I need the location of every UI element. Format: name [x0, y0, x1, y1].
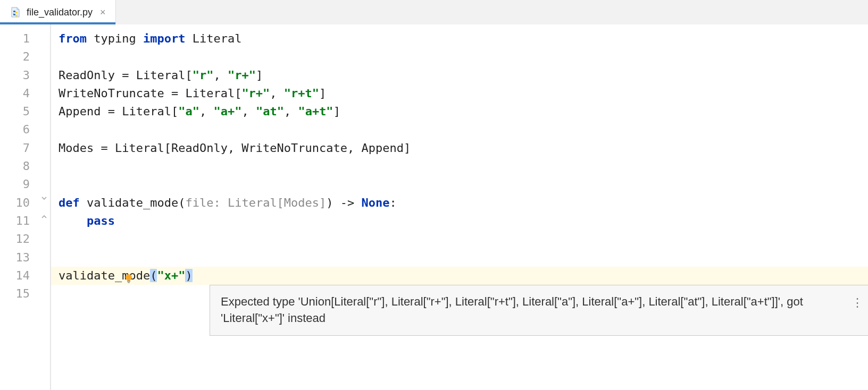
- svg-rect-2: [128, 282, 130, 283]
- line-number[interactable]: 9: [0, 175, 39, 193]
- line-number[interactable]: 7: [0, 139, 39, 157]
- tooltip-message: Expected type 'Union[Literal["r"], Liter…: [221, 294, 843, 327]
- close-icon[interactable]: ×: [98, 7, 108, 18]
- python-file-icon: [10, 6, 21, 18]
- code-line: [51, 230, 868, 248]
- code-line: [51, 157, 868, 175]
- line-number[interactable]: 13: [0, 249, 39, 267]
- code-line-current: validate_mode("x+"): [51, 267, 868, 285]
- line-number[interactable]: 11: [0, 212, 39, 230]
- code-line: pass: [51, 212, 868, 230]
- fold-gutter: [39, 24, 51, 390]
- line-number[interactable]: 2: [0, 48, 39, 66]
- tab-filename: file_validator.py: [27, 7, 93, 18]
- svg-point-0: [126, 274, 132, 281]
- intention-bulb-icon[interactable]: [67, 253, 78, 264]
- line-number[interactable]: 8: [0, 157, 39, 175]
- line-number[interactable]: 14: [0, 267, 39, 285]
- line-number-gutter[interactable]: 1 2 3 4 5 6 7 8 9 10 11 12 13 14 15: [0, 24, 39, 390]
- svg-rect-1: [127, 281, 130, 282]
- code-line: from typing import Literal: [51, 30, 868, 48]
- code-line: def validate_mode(file: Literal[Modes]) …: [51, 194, 868, 212]
- line-number[interactable]: 4: [0, 84, 39, 103]
- fold-end-icon[interactable]: [40, 213, 48, 221]
- code-line: [51, 175, 868, 193]
- line-number[interactable]: 5: [0, 103, 39, 121]
- tab-bar: file_validator.py ×: [0, 0, 868, 24]
- editor-pane: 1 2 3 4 5 6 7 8 9 10 11 12 13 14 15 from…: [0, 24, 868, 390]
- type-error-tooltip: Expected type 'Union[Literal["r"], Liter…: [210, 285, 868, 336]
- editor-tab[interactable]: file_validator.py ×: [0, 0, 116, 24]
- line-number[interactable]: 15: [0, 285, 39, 303]
- code-line: [51, 121, 868, 139]
- code-line: Append = Literal["a", "a+", "at", "a+t"]: [51, 103, 868, 121]
- fold-toggle-icon[interactable]: [40, 194, 48, 202]
- line-number[interactable]: 6: [0, 121, 39, 139]
- line-number[interactable]: 1: [0, 30, 39, 48]
- code-line: ReadOnly = Literal["r", "r+"]: [51, 66, 868, 84]
- line-number[interactable]: 12: [0, 230, 39, 248]
- code-text-area[interactable]: from typing import Literal ReadOnly = Li…: [51, 24, 868, 390]
- line-number[interactable]: 10: [0, 194, 39, 212]
- code-line: [51, 249, 868, 267]
- code-line: WriteNoTruncate = Literal["r+", "r+t"]: [51, 84, 868, 103]
- line-number[interactable]: 3: [0, 66, 39, 84]
- kebab-menu-icon[interactable]: ⋮: [852, 294, 863, 311]
- code-line: Modes = Literal[ReadOnly, WriteNoTruncat…: [51, 139, 868, 157]
- code-line: [51, 48, 868, 66]
